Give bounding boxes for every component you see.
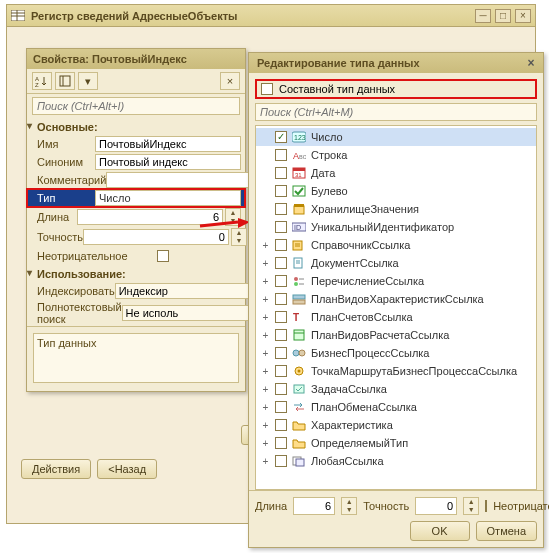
type-checkbox[interactable] [275, 293, 287, 305]
prop-index-input[interactable] [115, 283, 261, 299]
actions-button[interactable]: Действия [21, 459, 91, 479]
nonneg-checkbox[interactable] [157, 250, 169, 262]
type-row[interactable]: БизнесПроцессСсылка [256, 344, 536, 362]
maximize-button[interactable]: □ [495, 9, 511, 23]
type-search-input[interactable] [255, 103, 537, 121]
type-checkbox[interactable] [275, 257, 287, 269]
type-checkbox[interactable] [275, 365, 287, 377]
type-row[interactable]: ХранилищеЗначения [256, 200, 536, 218]
compound-type-checkbox[interactable] [261, 83, 273, 95]
prop-prec-input[interactable] [83, 229, 229, 245]
tree-expand-icon[interactable] [260, 312, 271, 323]
prec-spinner[interactable]: ▲▼ [231, 228, 247, 246]
type-checkbox[interactable] [275, 239, 287, 251]
prop-fts-input[interactable] [122, 305, 268, 321]
type-checkbox[interactable] [275, 419, 287, 431]
properties-search-input[interactable] [32, 97, 240, 115]
tree-expand-icon[interactable] [260, 330, 271, 341]
bottom-prec-spinner[interactable]: ▲▼ [463, 497, 479, 515]
tree-expand-icon[interactable] [260, 276, 271, 287]
type-checkbox[interactable] [275, 311, 287, 323]
type-row[interactable]: Aвс Строка [256, 146, 536, 164]
type-row[interactable]: СправочникСсылка [256, 236, 536, 254]
tree-expand-icon[interactable] [260, 294, 271, 305]
close-props-button[interactable]: × [220, 72, 240, 90]
prop-name-input[interactable] [95, 136, 241, 152]
sort-button[interactable]: AZ [32, 72, 52, 90]
type-row[interactable]: Характеристика [256, 416, 536, 434]
type-editor-close-button[interactable]: × [523, 56, 539, 70]
type-tree[interactable]: 123 Число Aвс Строка 31 Дата Булево Хран… [255, 125, 537, 490]
bottom-len-input[interactable] [293, 497, 335, 515]
svg-text:Z: Z [35, 82, 39, 87]
type-row[interactable]: T ПланСчетовСсылка [256, 308, 536, 326]
prop-syn-input[interactable] [95, 154, 241, 170]
type-editor-titlebar: Редактирование типа данных × [249, 53, 543, 73]
type-checkbox[interactable] [275, 203, 287, 215]
prop-name-row: Имя [27, 135, 245, 153]
type-checkbox[interactable] [275, 437, 287, 449]
tree-expand-icon[interactable] [260, 456, 271, 467]
dropdown-button[interactable]: ▾ [78, 72, 98, 90]
type-row[interactable]: ТочкаМаршрутаБизнесПроцессаСсылка [256, 362, 536, 380]
type-row[interactable]: 123 Число [256, 128, 536, 146]
cancel-button[interactable]: Отмена [476, 521, 537, 541]
type-checkbox[interactable] [275, 347, 287, 359]
type-checkbox[interactable] [275, 185, 287, 197]
prop-len-input[interactable] [77, 209, 223, 225]
section-usage[interactable]: Использование: [27, 265, 245, 282]
tree-expand-icon[interactable] [260, 258, 271, 269]
back-button[interactable]: <Назад [97, 459, 157, 479]
type-label: ПланВидовХарактеристикСсылка [311, 293, 484, 305]
type-checkbox[interactable] [275, 329, 287, 341]
bottom-nonneg-checkbox[interactable] [485, 500, 487, 512]
type-checkbox[interactable] [275, 167, 287, 179]
type-row[interactable]: ПланВидовХарактеристикСсылка [256, 290, 536, 308]
section-main[interactable]: Основные: [27, 118, 245, 135]
type-checkbox[interactable] [275, 221, 287, 233]
type-description: Тип данных [33, 333, 239, 383]
type-row[interactable]: ЛюбаяСсылка [256, 452, 536, 470]
any-icon [291, 454, 307, 468]
bottom-len-spinner[interactable]: ▲▼ [341, 497, 357, 515]
type-checkbox[interactable] [275, 401, 287, 413]
svg-rect-43 [296, 459, 304, 466]
bottom-prec-input[interactable] [415, 497, 457, 515]
prop-comment-input[interactable] [106, 172, 252, 188]
tree-expand-icon[interactable] [260, 348, 271, 359]
tree-expand-icon[interactable] [260, 420, 271, 431]
type-row[interactable]: ЗадачаСсылка [256, 380, 536, 398]
type-row[interactable]: ID УникальныйИдентификатор [256, 218, 536, 236]
close-button[interactable]: × [515, 9, 531, 23]
prop-type-input[interactable] [95, 190, 241, 206]
compound-type-row[interactable]: Составной тип данных [255, 79, 537, 99]
tree-expand-icon[interactable] [260, 384, 271, 395]
ok-button[interactable]: OK [410, 521, 470, 541]
type-row[interactable]: ОпределяемыйТип [256, 434, 536, 452]
type-checkbox[interactable] [275, 455, 287, 467]
type-checkbox[interactable] [275, 131, 287, 143]
prop-type-row[interactable]: Тип [27, 189, 245, 207]
folder-icon [291, 418, 307, 432]
type-label: Строка [311, 149, 347, 161]
type-row[interactable]: ДокументСсылка [256, 254, 536, 272]
svg-text:31: 31 [295, 172, 302, 178]
register-icon [11, 10, 25, 21]
tree-expand-icon[interactable] [260, 402, 271, 413]
tree-expand-icon[interactable] [260, 366, 271, 377]
type-row[interactable]: ПеречислениеСсылка [256, 272, 536, 290]
type-row[interactable]: Булево [256, 182, 536, 200]
type-row[interactable]: ПланОбменаСсылка [256, 398, 536, 416]
type-row[interactable]: 31 Дата [256, 164, 536, 182]
toggle-props-button[interactable] [55, 72, 75, 90]
type-checkbox[interactable] [275, 275, 287, 287]
minimize-button[interactable]: ─ [475, 9, 491, 23]
tree-expand-icon[interactable] [260, 438, 271, 449]
type-checkbox[interactable] [275, 149, 287, 161]
len-spinner[interactable]: ▲▼ [225, 208, 241, 226]
tree-expand-icon[interactable] [260, 240, 271, 251]
svg-point-37 [293, 350, 299, 356]
prop-len-label: Длина [37, 211, 77, 223]
type-row[interactable]: ПланВидовРасчетаСсылка [256, 326, 536, 344]
type-checkbox[interactable] [275, 383, 287, 395]
